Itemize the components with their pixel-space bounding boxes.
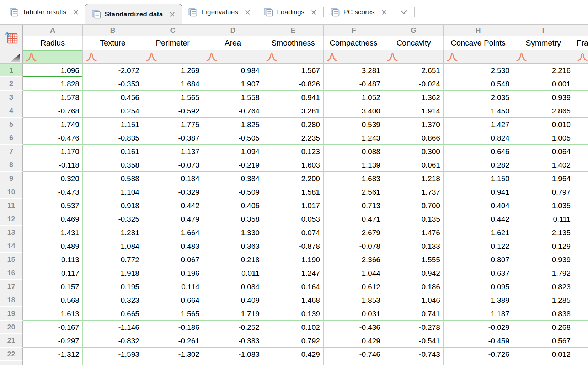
cell[interactable]: -1.151 [83, 118, 143, 131]
cell[interactable]: 1.918 [83, 266, 143, 280]
cell[interactable]: -0.436 [324, 321, 384, 334]
cell[interactable]: 0.429 [324, 334, 384, 348]
tab-standardized-data[interactable]: Standardized data [85, 4, 183, 24]
cell[interactable]: 1.603 [263, 158, 324, 172]
cell[interactable]: -0.219 [203, 158, 263, 172]
row-header[interactable]: 1 [0, 64, 23, 77]
cell[interactable]: -0.064 [513, 145, 574, 158]
column-name-clipped[interactable]: Fra [574, 36, 588, 50]
cell[interactable]: 1.389 [444, 293, 513, 307]
cell[interactable]: 0.568 [23, 293, 83, 307]
cell[interactable]: 0.164 [263, 280, 324, 293]
cell-clipped[interactable] [574, 91, 588, 104]
cell[interactable]: 1.150 [444, 172, 513, 185]
cell[interactable]: 1.565 [143, 307, 203, 321]
cell-clipped[interactable] [574, 239, 588, 253]
cell-partial[interactable] [574, 361, 588, 365]
cell[interactable]: 0.792 [263, 334, 324, 348]
close-tab-icon[interactable] [311, 9, 317, 15]
cell[interactable]: 1.269 [143, 64, 203, 77]
cell[interactable]: 1.046 [384, 293, 444, 307]
cell[interactable]: 0.483 [143, 239, 203, 253]
row-header[interactable]: 9 [0, 172, 23, 185]
cell[interactable]: 0.797 [513, 185, 574, 199]
cell-partial[interactable] [513, 361, 574, 365]
cell-partial[interactable] [324, 361, 384, 365]
selected-cell[interactable]: 1.096 [23, 64, 83, 77]
cell[interactable]: -1.035 [513, 199, 574, 212]
cell[interactable]: -0.186 [143, 321, 203, 334]
cell[interactable]: -1.302 [143, 348, 203, 361]
cell[interactable]: 1.094 [203, 145, 263, 158]
cell[interactable]: 0.095 [444, 280, 513, 293]
close-icon[interactable] [73, 9, 79, 15]
cell[interactable]: 0.824 [444, 131, 513, 145]
cell[interactable]: 0.135 [384, 212, 444, 226]
cell[interactable]: 1.683 [324, 172, 384, 185]
cell[interactable]: 0.942 [384, 266, 444, 280]
cell[interactable]: -0.123 [263, 145, 324, 158]
cell[interactable]: -0.113 [23, 253, 83, 266]
cell[interactable]: -1.017 [263, 199, 324, 212]
cell[interactable]: 0.254 [83, 104, 143, 118]
column-name-concavity[interactable]: Concavity [384, 36, 444, 50]
cell[interactable]: -0.476 [23, 131, 83, 145]
cell[interactable]: 2.216 [513, 64, 574, 77]
cell[interactable]: 0.807 [444, 253, 513, 266]
cell[interactable]: 1.170 [23, 145, 83, 158]
cell[interactable]: -0.320 [23, 172, 83, 185]
row-header-partial[interactable] [0, 361, 23, 365]
row-header[interactable]: 7 [0, 145, 23, 158]
column-header-C[interactable]: C [143, 25, 203, 36]
row-header[interactable]: 22 [0, 348, 23, 361]
cell-clipped[interactable] [574, 131, 588, 145]
close-tab-icon[interactable] [245, 9, 251, 15]
cell[interactable]: 0.665 [83, 307, 143, 321]
cell[interactable]: 0.122 [444, 239, 513, 253]
sparkline-cell[interactable] [574, 50, 588, 64]
cell[interactable]: 1.719 [203, 307, 263, 321]
row-header[interactable]: 10 [0, 185, 23, 199]
cell[interactable]: -0.384 [203, 172, 263, 185]
tab-overflow-chevron-icon[interactable] [395, 9, 413, 15]
close-icon[interactable] [381, 9, 387, 15]
cell[interactable]: 0.429 [263, 348, 324, 361]
column-name-texture[interactable]: Texture [83, 36, 143, 50]
cell[interactable]: -0.329 [143, 185, 203, 199]
cell[interactable]: 0.117 [23, 266, 83, 280]
cell[interactable]: -0.700 [384, 199, 444, 212]
close-icon[interactable] [311, 9, 317, 15]
cell[interactable]: 0.133 [384, 239, 444, 253]
close-tab-icon[interactable] [73, 9, 79, 15]
cell[interactable]: 2.135 [513, 226, 574, 239]
cell[interactable]: -1.083 [203, 348, 263, 361]
cell[interactable]: 0.001 [513, 77, 574, 91]
cell[interactable]: -0.713 [324, 199, 384, 212]
cell[interactable]: 0.111 [513, 212, 574, 226]
cell-clipped[interactable] [574, 118, 588, 131]
cell[interactable]: -0.353 [83, 77, 143, 91]
row-header[interactable]: 15 [0, 253, 23, 266]
cell[interactable]: -0.118 [23, 158, 83, 172]
cell[interactable]: -0.029 [444, 321, 513, 334]
cell-clipped[interactable] [574, 104, 588, 118]
cell[interactable]: 0.053 [263, 212, 324, 226]
cell[interactable]: 0.489 [23, 239, 83, 253]
cell[interactable]: 1.555 [384, 253, 444, 266]
cell-clipped[interactable] [574, 307, 588, 321]
cell-partial[interactable] [83, 361, 143, 365]
cell[interactable]: 0.588 [83, 172, 143, 185]
cell[interactable]: 0.012 [513, 348, 574, 361]
row-header[interactable]: 2 [0, 77, 23, 91]
cell[interactable]: -0.505 [203, 131, 263, 145]
cell[interactable]: 0.139 [263, 307, 324, 321]
cell[interactable]: 1.362 [384, 91, 444, 104]
cell[interactable]: 0.548 [444, 77, 513, 91]
close-tab-icon[interactable] [169, 11, 175, 17]
cell[interactable]: 1.427 [444, 118, 513, 131]
cell[interactable]: 0.646 [444, 145, 513, 158]
row-header[interactable]: 12 [0, 212, 23, 226]
row-header[interactable]: 4 [0, 104, 23, 118]
cell[interactable]: -0.387 [143, 131, 203, 145]
column-name-radius[interactable]: Radius [23, 36, 83, 50]
